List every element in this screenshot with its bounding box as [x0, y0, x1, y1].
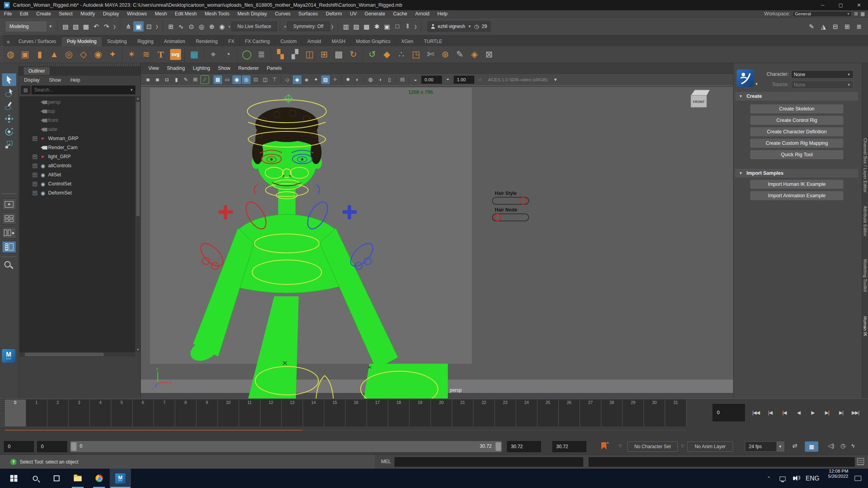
poly-disc-icon[interactable]: ◉ [92, 48, 105, 61]
step-forward-key-button[interactable]: ▶| [834, 405, 848, 421]
layout-single-button[interactable]: ❖ [2, 198, 16, 210]
shelf-tab-xgen[interactable]: XGen [396, 37, 419, 46]
make-live-icon[interactable]: ◯ [240, 48, 254, 61]
outliner-menu-show[interactable]: Show [49, 77, 61, 83]
shelf-tab-motion-graphics[interactable]: Motion Graphics [351, 37, 396, 46]
outliner-item-woman-grp[interactable]: +➤Woman_GRP [19, 134, 135, 143]
anim-layer-selector[interactable]: No Anim Layer [687, 441, 733, 452]
shelf-tab-turtle[interactable]: TURTLE [419, 37, 447, 46]
fps-selector[interactable]: 24 fps▼ [745, 441, 784, 452]
playback-end-field[interactable]: 30.72 [507, 441, 541, 452]
expand-icon[interactable]: + [33, 164, 37, 168]
pane-pop-icon[interactable]: ⊟ [398, 75, 407, 84]
frame-5[interactable]: 5 [111, 400, 133, 426]
zoom-tool-icon[interactable] [4, 261, 11, 267]
shelf-tab-rendering[interactable]: Rendering [191, 37, 223, 46]
step-back-frame-button[interactable]: |◀ [777, 405, 791, 421]
xray-joints-icon[interactable]: ◑ [376, 75, 384, 84]
shelf-tab-rigging[interactable]: Rigging [132, 37, 159, 46]
outliner-item-allcontrols[interactable]: +◉allControls [19, 161, 135, 170]
layer-stack-icon[interactable]: ≣ [255, 48, 268, 61]
menu-edit[interactable]: Edit [16, 11, 32, 17]
mel-input[interactable] [395, 457, 583, 467]
shadows-icon[interactable]: ◐ [353, 75, 362, 84]
menu-windows[interactable]: Windows [123, 11, 151, 17]
character-set-caret-icon[interactable]: ▽ [619, 444, 622, 448]
network-icon[interactable] [780, 469, 786, 488]
select-hierarchy-icon[interactable]: ⋔ [123, 21, 133, 32]
animation-end-field[interactable]: 30.72 [552, 441, 586, 452]
time-slider-track[interactable]: 0123456789101112131415161718192021222324… [5, 400, 687, 426]
frame-17[interactable]: 17 [367, 400, 388, 426]
playblast-options-button[interactable]: ▦ [805, 441, 818, 452]
move-tool-icon[interactable] [2, 112, 16, 125]
pause-icon[interactable]: ‖ [402, 21, 413, 32]
viewport-menu-show[interactable]: Show [215, 65, 234, 71]
anim-layer-caret-icon[interactable]: ▽ [681, 444, 684, 448]
notification-center-icon[interactable] [855, 469, 861, 488]
shelf-tab-mash[interactable]: MASH [327, 37, 351, 46]
import-samples-section-header[interactable]: ▼Import Samples [735, 169, 858, 178]
image-plane-icon[interactable]: ✎ [181, 75, 190, 84]
film-gate-icon[interactable]: ▭ [223, 75, 232, 84]
boolean-cycle-icon[interactable]: ↻ [347, 48, 360, 61]
menu-select[interactable]: Select [55, 11, 77, 17]
menu-create[interactable]: Create [32, 11, 55, 17]
xray-shade-icon[interactable]: ▨ [321, 75, 330, 84]
viewport-3d-canvas[interactable]: 1200 x 795 [141, 85, 733, 398]
menu-mesh-display[interactable]: Mesh Display [234, 11, 271, 17]
menu-mesh[interactable]: Mesh [151, 11, 171, 17]
outliner-item-render-cam[interactable]: Render_Cam [19, 143, 135, 152]
file-explorer-icon[interactable] [67, 469, 88, 488]
menu-curves[interactable]: Curves [271, 11, 295, 17]
frame-14[interactable]: 14 [303, 400, 324, 426]
hair-rig-ui[interactable]: Hair Style Hair Node [492, 191, 529, 221]
gamma-icon[interactable]: ◓ [443, 75, 452, 84]
fps-caret-icon[interactable]: ▼ [776, 442, 784, 451]
create-custom-rig-mapping-button[interactable]: Create Custom Rig Mapping [750, 138, 844, 148]
volume-icon[interactable] [793, 469, 799, 488]
smooth-shade-icon[interactable]: ◆ [293, 75, 301, 84]
shelf-tab-fx[interactable]: FX [223, 37, 240, 46]
humanik-logo-icon[interactable] [737, 69, 754, 87]
undo-icon[interactable]: ↶ [91, 21, 101, 32]
outliner-item-top[interactable]: top [19, 107, 135, 116]
shelf-icons-grip[interactable] [0, 46, 3, 63]
frame-6[interactable]: 6 [133, 400, 154, 426]
safe-action-icon[interactable]: ◫ [261, 75, 269, 84]
resolution-gate-icon[interactable]: ◉ [232, 75, 241, 84]
outliner-item-light-grp[interactable]: +➤light_GRP [19, 152, 135, 161]
outliner-tab[interactable]: Outliner [24, 67, 50, 75]
wireframe-icon[interactable]: ◇ [283, 75, 292, 84]
poly-cylinder-icon[interactable]: ▮ [33, 48, 47, 61]
mute-audio-icon[interactable]: ◁) [828, 442, 834, 449]
workspace-grid-icon[interactable]: ⊞ [854, 11, 858, 17]
frame-10[interactable]: 10 [218, 400, 239, 426]
menu-set-selector[interactable]: Modeling [6, 21, 47, 32]
extrude-icon[interactable]: ◳ [410, 48, 423, 61]
character-set-selector[interactable]: No Character Set [627, 441, 678, 452]
shelf-tab-arnold[interactable]: Arnold [302, 37, 327, 46]
gate-mask-icon[interactable]: ◎ [242, 75, 251, 84]
expand-icon[interactable]: + [33, 182, 37, 186]
outliner-tear-handle[interactable] [19, 63, 140, 66]
quadrangulate-icon[interactable]: ▩ [332, 48, 346, 61]
shelf-tab-curves-surfaces[interactable]: Curves / Surfaces [13, 37, 62, 46]
expand-icon[interactable]: + [33, 173, 37, 177]
import-human-ik-example-button[interactable]: Import Human IK Example [750, 179, 844, 189]
mel-label[interactable]: MEL [381, 459, 391, 464]
maya-badge-icon[interactable]: MAYA [2, 349, 15, 363]
menu-file[interactable]: File [0, 11, 16, 17]
outliner-item-deformset[interactable]: +◉DeformSet [19, 189, 135, 197]
close-button[interactable]: ✕ [850, 0, 868, 10]
poly-plane-icon[interactable]: ◇ [77, 48, 90, 61]
gamma-field[interactable]: 1.00 [454, 76, 474, 84]
camera-attributes-icon[interactable]: ◘ [163, 75, 171, 84]
toolbar-grip[interactable] [0, 18, 3, 35]
shelf-tab-sculpting[interactable]: Sculpting [102, 37, 132, 46]
outliner-search-input[interactable] [32, 86, 135, 94]
layout-four-button[interactable] [2, 213, 16, 224]
expand-icon[interactable]: + [33, 136, 37, 141]
layer-stack-icon[interactable]: ≣ [854, 21, 864, 32]
frame-19[interactable]: 19 [410, 400, 431, 426]
